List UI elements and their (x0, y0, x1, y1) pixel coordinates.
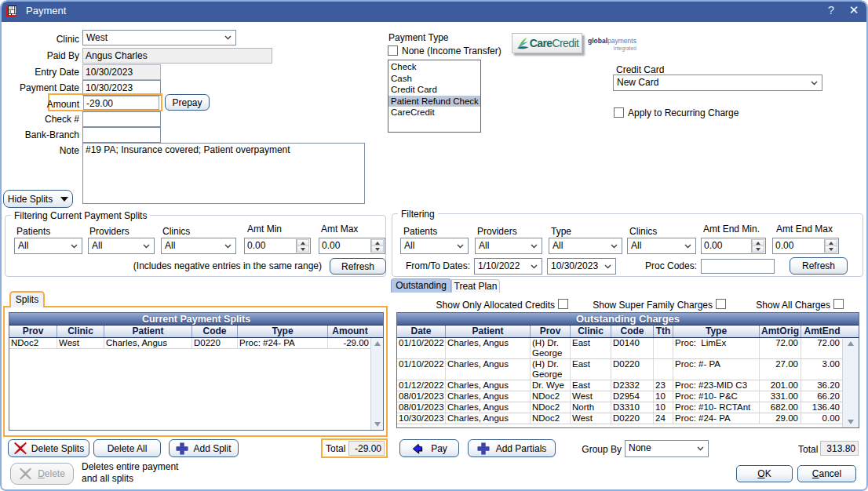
help-button[interactable]: ? (822, 5, 840, 16)
rf-from-date-select[interactable]: 1/10/2022 (474, 258, 542, 275)
column-header[interactable]: Clinic (571, 326, 611, 337)
check-num-field[interactable] (82, 111, 161, 127)
delete-payment-button[interactable]: Delete (10, 463, 74, 485)
prepay-button[interactable]: Prepay (165, 94, 210, 111)
hide-splits-button[interactable]: Hide Splits (3, 190, 73, 208)
lf-amt-max-field[interactable]: 0.00 (319, 238, 385, 254)
payment-type-option[interactable]: Credit Card (388, 84, 480, 96)
column-header[interactable]: Prov (9, 326, 57, 337)
lf-clinics-select[interactable]: All (161, 238, 236, 254)
column-header[interactable]: Patient (446, 326, 531, 337)
none-income-transfer-checkbox[interactable] (388, 45, 398, 56)
table-row[interactable]: 08/01/2023Charles, AngusNDoc2NorthD33101… (397, 402, 842, 413)
spin-down-icon[interactable] (829, 248, 833, 251)
scroll-down-icon[interactable] (848, 420, 854, 424)
column-header[interactable]: Code (192, 326, 238, 337)
credit-card-select[interactable]: New Card (613, 75, 822, 91)
table-cell: 10/30/2023 (397, 413, 446, 424)
rf-amt-end-max-spinner[interactable] (824, 239, 837, 253)
scroll-down-icon[interactable] (374, 422, 381, 427)
rf-clinics-select[interactable]: All (627, 238, 696, 254)
tab-splits[interactable]: Splits (9, 291, 45, 307)
table-row[interactable]: 01/12/2022Charles, AngusDr. WyeEastD2332… (397, 380, 842, 391)
rf-type-select[interactable]: All (549, 238, 622, 254)
rf-amt-end-min-spinner[interactable] (751, 239, 764, 253)
lf-amt-max-spinner[interactable] (370, 239, 384, 253)
spin-down-icon[interactable] (375, 248, 380, 251)
charges-grid-rows[interactable]: 01/10/2022Charles, Angus(H) Dr. GeorgeEa… (397, 338, 842, 427)
bank-branch-field[interactable] (82, 127, 161, 143)
column-header[interactable]: Date (397, 326, 446, 337)
column-header[interactable]: Amount (328, 326, 372, 337)
charges-grid[interactable]: Outstanding Charges DatePatientProvClini… (396, 312, 859, 428)
add-partials-button[interactable]: Add Partials (468, 439, 556, 457)
rf-amt-end-max-field[interactable]: 0.00 (772, 238, 839, 254)
payment-type-option[interactable]: CareCredit (388, 107, 480, 118)
column-header[interactable]: AmtOrig (760, 326, 801, 337)
note-label: Note (0, 145, 79, 156)
table-row[interactable]: 01/10/2022Charles, Angus(H) Dr. GeorgeEa… (397, 338, 842, 359)
chevron-down-icon (611, 244, 618, 249)
pay-button[interactable]: Pay (399, 439, 459, 457)
payment-date-label: Payment Date (0, 82, 79, 93)
spin-up-icon[interactable] (301, 242, 305, 245)
apply-recurring-checkbox[interactable] (614, 107, 624, 118)
group-by-select[interactable]: None (625, 440, 709, 457)
column-header[interactable]: Patient (104, 326, 192, 337)
scroll-up-icon[interactable] (848, 341, 854, 346)
note-field[interactable]: #19 PA; Insurance covered; Patient overp… (82, 143, 365, 204)
rf-proc-codes-label: Proc Codes: (618, 260, 697, 271)
delete-all-button[interactable]: Delete All (93, 439, 161, 457)
clinic-select[interactable]: West (82, 30, 236, 45)
table-row[interactable]: 10/30/2023Charles, AngusNDoc2WestD022024… (397, 413, 842, 424)
spin-down-icon[interactable] (301, 248, 305, 251)
spin-up-icon[interactable] (829, 242, 833, 245)
lf-providers-select[interactable]: All (88, 238, 155, 254)
payment-type-option[interactable]: Check (388, 61, 480, 73)
rf-refresh-button[interactable]: Refresh (790, 257, 848, 275)
table-row[interactable]: 01/10/2022Charles, Angus(H) Dr. GeorgeEa… (397, 359, 842, 380)
tab-outstanding[interactable]: Outstanding (391, 278, 451, 293)
column-header[interactable]: Clinic (57, 326, 104, 337)
scroll-up-icon[interactable] (374, 341, 381, 346)
tab-treat-plan[interactable]: Treat Plan (451, 279, 500, 293)
spin-up-icon[interactable] (375, 242, 380, 245)
spin-down-icon[interactable] (756, 248, 760, 251)
close-button[interactable]: ✕ (844, 5, 863, 16)
table-row[interactable]: NDoc2WestCharles, AngusD0220Proc: #24- P… (9, 338, 370, 349)
add-split-button[interactable]: Add Split (169, 439, 239, 457)
column-header[interactable]: Type (238, 326, 328, 337)
cancel-button[interactable]: Cancel (797, 465, 856, 482)
amount-field[interactable]: -29.00 (83, 96, 159, 110)
table-row[interactable]: 08/01/2023Charles, AngusNDoc2WestD295410… (397, 391, 842, 402)
column-header[interactable]: AmtEnd (801, 326, 843, 337)
column-header[interactable]: Code (611, 326, 654, 337)
splits-grid[interactable]: Current Payment Splits ProvClinicPatient… (9, 312, 384, 431)
rf-amt-end-min-field[interactable]: 0.00 (701, 238, 766, 254)
lf-amt-min-spinner[interactable] (296, 239, 309, 253)
column-header[interactable]: Type (673, 326, 760, 337)
charges-grid-scrollbar[interactable] (842, 338, 859, 427)
lf-patients-select[interactable]: All (14, 238, 82, 254)
payment-type-option[interactable]: Patient Refund Check (388, 96, 480, 107)
delete-payment-label: Delete (38, 468, 65, 479)
table-cell: 23 (654, 380, 673, 391)
rf-proc-codes-field[interactable] (701, 259, 775, 274)
chevron-down-icon (143, 244, 150, 249)
show-all-charges-checkbox[interactable] (833, 299, 844, 309)
lf-amt-min-field[interactable]: 0.00 (244, 238, 311, 254)
rf-to-date-select[interactable]: 10/30/2023 (547, 258, 616, 275)
spin-up-icon[interactable] (756, 242, 760, 245)
splits-grid-scrollbar[interactable] (370, 338, 383, 430)
delete-splits-button[interactable]: Delete Splits (8, 439, 89, 457)
ok-button[interactable]: OK (736, 465, 793, 482)
column-header[interactable]: Prov (531, 326, 571, 337)
column-header[interactable]: Tth (654, 326, 673, 337)
rf-patients-select[interactable]: All (400, 238, 469, 254)
lf-refresh-button[interactable]: Refresh (330, 258, 386, 275)
payment-type-option[interactable]: Cash (388, 73, 480, 85)
carecredit-logo[interactable]: CareCredit (512, 33, 582, 53)
payment-type-listbox[interactable]: CheckCashCredit CardPatient Refund Check… (388, 60, 481, 133)
rf-providers-select[interactable]: All (475, 238, 542, 254)
splits-grid-rows[interactable]: NDoc2WestCharles, AngusD0220Proc: #24- P… (9, 338, 370, 430)
